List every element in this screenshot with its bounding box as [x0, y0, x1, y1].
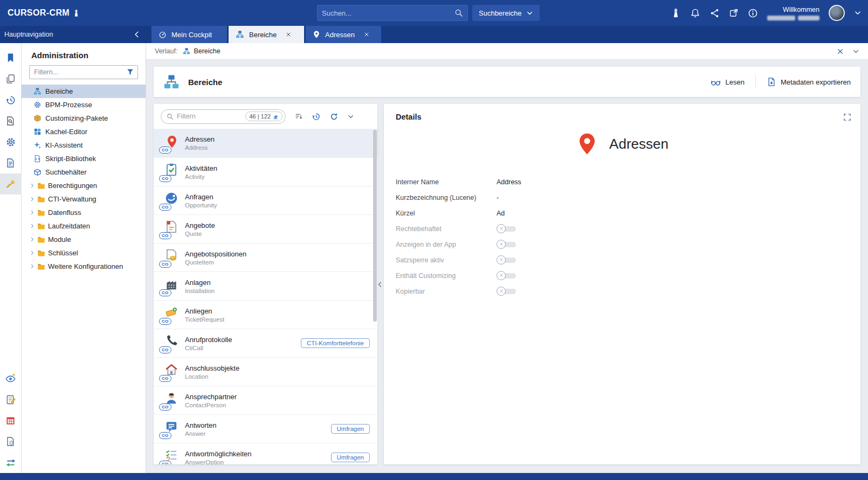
- tab-bereiche[interactable]: Bereiche: [229, 26, 304, 43]
- chevron-down-icon[interactable]: [347, 113, 354, 120]
- folder-icon: [37, 208, 45, 217]
- lesen-button[interactable]: Lesen: [711, 77, 744, 87]
- clear-history-icon[interactable]: [837, 48, 844, 55]
- history-icon[interactable]: [0, 89, 22, 110]
- field-satzsperre-aktiv: Satzsperre aktiv: [396, 252, 849, 268]
- toggle-off[interactable]: [497, 255, 518, 265]
- filter-funnel-icon[interactable]: [126, 68, 134, 76]
- list-item-angebotspositionen[interactable]: CO AngebotspositionenQuoteItem: [154, 243, 377, 272]
- script-icon: [33, 155, 42, 163]
- list-item-anschlussobjekte[interactable]: CO AnschlussobjekteLocation: [154, 357, 377, 386]
- document-search-icon[interactable]: [0, 110, 22, 131]
- sort-icon[interactable]: [294, 112, 303, 121]
- page-title: Bereiche: [188, 78, 222, 87]
- metadaten-exportieren-button[interactable]: Metadaten exportieren: [767, 77, 851, 87]
- history-item-bereiche[interactable]: Bereiche: [183, 47, 220, 55]
- co-tag: CO: [159, 432, 171, 439]
- list-item-anrufprotokolle[interactable]: CO AnrufprotokolleCtiCall CTI-Komforttel…: [154, 329, 377, 357]
- sidebar-item-bereiche[interactable]: Bereiche: [22, 85, 146, 98]
- search-icon[interactable]: [454, 9, 463, 17]
- sidebar-item-bpm-prozesse[interactable]: BPM-Prozesse: [22, 98, 146, 112]
- sidebar-item-suchbehaelter[interactable]: Suchbehälter: [22, 165, 146, 179]
- nav-filter-input[interactable]: [29, 65, 138, 79]
- sidebar-folder-cti-verwaltung[interactable]: CTI-Verwaltung: [22, 192, 146, 206]
- user-menu-chevron-icon[interactable]: [854, 9, 862, 17]
- gear-icon[interactable]: [0, 131, 22, 152]
- icon-strip: [0, 43, 22, 473]
- sidebar-folder-weitere-konfigurationen[interactable]: Weitere Konfigurationen: [22, 260, 146, 273]
- document-gear-icon[interactable]: [0, 431, 22, 452]
- list-scrollbar-thumb[interactable]: [373, 130, 377, 322]
- co-tag: CO: [159, 375, 171, 382]
- eraser-icon[interactable]: [273, 114, 279, 120]
- global-search[interactable]: [317, 5, 468, 21]
- toggle-off[interactable]: [497, 224, 518, 234]
- sidebar-item-customizing-pakete[interactable]: Customizing-Pakete: [22, 112, 146, 125]
- chevron-right-icon: [30, 237, 35, 242]
- chevron-right-icon: [30, 251, 35, 255]
- lighthouse-icon: [72, 9, 80, 17]
- info-icon[interactable]: [748, 8, 758, 18]
- co-tag: CO: [159, 232, 171, 239]
- lighthouse-assistant-icon[interactable]: [671, 8, 681, 18]
- notifications-bell-icon[interactable]: [690, 8, 700, 18]
- refresh-icon[interactable]: [329, 112, 339, 121]
- sidebar-folder-laufzeitdaten[interactable]: Laufzeitdaten: [22, 219, 146, 233]
- sidebar-item-kachel-editor[interactable]: Kachel-Editor: [22, 125, 146, 138]
- toggle-off[interactable]: [497, 287, 518, 296]
- list-filter[interactable]: 46 | 122: [161, 109, 286, 124]
- list-item-antwortmoeglichkeiten[interactable]: CO AntwortmöglichkeitenAnswerOption Umfr…: [154, 443, 377, 464]
- result-count-badge[interactable]: 46 | 122: [245, 112, 283, 121]
- field-kurzbezeichnung-lucene: Kurzbezeichnung (Lucene) -: [396, 190, 849, 205]
- sidebar-folder-datenfluss[interactable]: Datenfluss: [22, 206, 146, 219]
- history-bar: Verlauf: Bereiche: [146, 43, 868, 60]
- chevron-right-icon: [30, 224, 35, 228]
- close-tab-icon[interactable]: [286, 32, 291, 37]
- list-item-anliegen[interactable]: CO AnliegenTicketRequest: [154, 300, 377, 329]
- script-document-icon[interactable]: [0, 152, 22, 173]
- sidebar-item-ki-assistent[interactable]: KI-Assistent: [22, 138, 146, 152]
- map-pin-icon: [313, 31, 320, 38]
- calendar-icon[interactable]: [0, 410, 22, 431]
- list-item-ansprechpartner[interactable]: CO AnsprechpartnerContactPerson: [154, 386, 377, 414]
- expand-details-icon[interactable]: [843, 113, 852, 122]
- collapse-navigation-icon[interactable]: [133, 31, 141, 38]
- share-icon[interactable]: [709, 8, 720, 18]
- collapse-details-icon[interactable]: [377, 281, 383, 288]
- welcome-label: Willkommen: [783, 6, 819, 13]
- search-scope-button[interactable]: Suchbereiche: [472, 5, 540, 21]
- tab-mein-cockpit[interactable]: Mein Cockpit: [151, 26, 227, 43]
- folder-icon: [37, 195, 45, 203]
- sidebar-item-skript-bibliothek[interactable]: Skript-Bibliothek: [22, 152, 146, 165]
- sidebar-folder-berechtigungen[interactable]: Berechtigungen: [22, 179, 146, 192]
- toggle-off[interactable]: [497, 240, 518, 249]
- sitemap-icon: [163, 74, 180, 90]
- list-item-angebote[interactable]: CO AngeboteQuote: [154, 214, 377, 243]
- list-item-adressen[interactable]: CO AdressenAddress: [154, 129, 377, 157]
- tab-label: Bereiche: [249, 31, 277, 39]
- user-avatar[interactable]: [829, 5, 845, 21]
- package-icon: [33, 114, 42, 122]
- pages-icon[interactable]: [0, 68, 22, 89]
- notepad-icon[interactable]: [0, 389, 22, 410]
- eye-star-icon[interactable]: [0, 368, 22, 389]
- bookmark-icon[interactable]: [0, 47, 22, 68]
- list-item-anfragen[interactable]: CO AnfragenOpportunity: [154, 186, 377, 214]
- open-window-icon[interactable]: [729, 8, 739, 18]
- swap-arrows-icon[interactable]: [0, 452, 22, 473]
- close-tab-icon[interactable]: [364, 32, 369, 37]
- tab-bar: Hauptnavigation Mein Cockpit Bereiche Ad…: [0, 26, 868, 43]
- list-filter-input[interactable]: [177, 113, 242, 120]
- toggle-off[interactable]: [497, 271, 518, 281]
- sidebar-folder-module[interactable]: Module: [22, 233, 146, 246]
- list-item-antworten[interactable]: CO AntwortenAnswer Umfragen: [154, 414, 377, 443]
- chevron-down-icon[interactable]: [852, 48, 859, 55]
- list-item-aktivitaeten[interactable]: CO AktivitätenActivity: [154, 157, 377, 186]
- search-input[interactable]: [322, 9, 454, 17]
- list-item-anlagen[interactable]: CO AnlagenInstallation: [154, 272, 377, 300]
- history-icon[interactable]: [312, 112, 321, 121]
- tools-wrench-icon[interactable]: [0, 173, 22, 194]
- tab-adressen[interactable]: Adressen: [306, 26, 381, 43]
- entity-list-panel: 46 | 122 CO AdressenAddress CO: [154, 104, 377, 464]
- sidebar-folder-schluessel[interactable]: Schlüssel: [22, 246, 146, 260]
